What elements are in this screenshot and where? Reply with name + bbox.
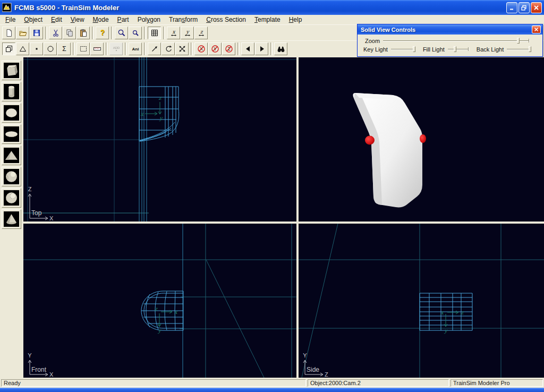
close-button[interactable] bbox=[531, 2, 542, 13]
side-construction-lines bbox=[299, 224, 544, 378]
find-button[interactable] bbox=[274, 42, 287, 55]
point-mode-button[interactable] bbox=[30, 42, 43, 55]
sphere-smooth-tool-button[interactable] bbox=[2, 188, 21, 208]
cylinder-tool-button[interactable] bbox=[2, 82, 21, 101]
cone-tool-button[interactable] bbox=[2, 209, 21, 229]
next-button[interactable] bbox=[255, 42, 268, 55]
front-viewport-label: Front bbox=[31, 366, 47, 373]
axis-x-button[interactable]: x bbox=[167, 27, 180, 39]
solid-view-controls-titlebar[interactable]: Solid View Controls bbox=[358, 24, 542, 35]
viewport-area: z x y Z X Top bbox=[23, 57, 544, 378]
menu-transform[interactable]: Transform bbox=[165, 15, 202, 24]
menu-polygon[interactable]: Polygon bbox=[133, 15, 165, 24]
svc-lights-row: Key LightFill LightBack Light bbox=[363, 46, 542, 53]
menu-edit[interactable]: Edit bbox=[47, 15, 66, 24]
polygon-mode-button[interactable] bbox=[16, 42, 29, 55]
measure-ruler-button[interactable] bbox=[90, 42, 104, 55]
paste-icon bbox=[79, 29, 88, 37]
zoom-in-button[interactable] bbox=[115, 27, 128, 39]
top-axis-v-label: Z bbox=[28, 186, 32, 192]
cut-button[interactable] bbox=[49, 27, 62, 39]
fill-light-slider-thumb[interactable] bbox=[454, 46, 456, 52]
save-icon bbox=[32, 29, 41, 37]
disc-tool-button[interactable] bbox=[2, 124, 21, 144]
grid-toggle-button[interactable] bbox=[148, 27, 161, 39]
axis-y-button[interactable]: y bbox=[181, 27, 194, 39]
menu-mode[interactable]: Mode bbox=[89, 15, 113, 24]
toolbar-separator bbox=[191, 42, 193, 55]
fill-light-slider[interactable] bbox=[448, 46, 469, 53]
zoom-label: Zoom bbox=[365, 38, 380, 44]
back-light-slider[interactable] bbox=[507, 46, 531, 53]
panel-title: Solid View Controls bbox=[361, 27, 532, 33]
zoom-slider[interactable] bbox=[383, 37, 530, 44]
menu-object[interactable]: Object bbox=[20, 15, 47, 24]
help-button[interactable]: ?? bbox=[96, 27, 109, 39]
close-icon bbox=[534, 27, 539, 32]
animation-button[interactable]: Ani bbox=[129, 42, 142, 55]
scale-tool-button[interactable] bbox=[175, 42, 189, 55]
sphere-flat-tool-button[interactable] bbox=[2, 103, 21, 123]
toolbar-separator bbox=[125, 42, 127, 55]
marquee-select-button[interactable] bbox=[76, 42, 90, 55]
menu-view[interactable]: View bbox=[66, 15, 89, 24]
menu-file[interactable]: File bbox=[1, 15, 20, 24]
ball-shape-icon bbox=[4, 105, 19, 121]
shape-toolbox bbox=[0, 57, 23, 378]
back-light-slider-thumb[interactable] bbox=[529, 46, 531, 52]
solid-view-controls-panel: Solid View Controls Zoom Key LightFill L… bbox=[357, 24, 543, 57]
paste-button[interactable] bbox=[76, 27, 90, 39]
front-viewport[interactable]: z x y Y X Front bbox=[23, 224, 296, 378]
next-icon bbox=[258, 45, 266, 53]
menu-part[interactable]: Part bbox=[113, 15, 133, 24]
key-light-slider-thumb[interactable] bbox=[413, 46, 415, 52]
minimize-button[interactable] bbox=[506, 2, 517, 13]
move-icon bbox=[150, 45, 159, 53]
toolbar-separator bbox=[270, 42, 273, 55]
axis-z-button[interactable]: z bbox=[194, 27, 208, 39]
menu-cross-section[interactable]: Cross Section bbox=[202, 15, 250, 24]
perspective-viewport[interactable] bbox=[299, 57, 544, 221]
svg-text:ADD: ADD bbox=[113, 46, 120, 49]
new-file-button[interactable] bbox=[2, 27, 15, 39]
rotate-tool-button[interactable] bbox=[162, 42, 175, 55]
spline-mode-button[interactable]: Σ bbox=[57, 42, 71, 55]
menu-template[interactable]: Template bbox=[250, 15, 285, 24]
sphere-shape-icon bbox=[4, 169, 19, 184]
prev-button[interactable] bbox=[241, 42, 254, 55]
status-product: TrainSim Modeler Pro bbox=[450, 379, 543, 387]
select-object-mode-button[interactable] bbox=[2, 42, 15, 55]
save-file-button[interactable] bbox=[30, 27, 43, 39]
lock-z-button[interactable]: Z bbox=[222, 42, 235, 55]
side-axis-h-label: Z bbox=[325, 371, 328, 378]
menu-help[interactable]: Help bbox=[285, 15, 307, 24]
taskbar-edge[interactable] bbox=[0, 388, 544, 392]
close-icon bbox=[533, 5, 539, 11]
sphere-tool-button[interactable] bbox=[2, 167, 21, 186]
toolbar-separator bbox=[144, 27, 146, 39]
key-light-slider[interactable] bbox=[391, 46, 415, 53]
axis-icon: y bbox=[183, 29, 192, 37]
restore-button[interactable] bbox=[518, 2, 530, 13]
top-construction-lines bbox=[23, 57, 296, 221]
box-tool-button[interactable] bbox=[2, 61, 21, 80]
side-viewport[interactable]: x z y Y Z Side bbox=[299, 224, 544, 378]
move-tool-button[interactable] bbox=[148, 42, 161, 55]
wedge-tool-button[interactable] bbox=[2, 146, 21, 165]
zoom-slider-thumb[interactable] bbox=[517, 38, 520, 44]
grid-icon bbox=[150, 29, 159, 37]
application-window: FCMB s5000 - TrainSim Modeler FileObject… bbox=[0, 0, 544, 392]
zoom-out-button[interactable] bbox=[129, 27, 142, 39]
disc-shape-icon bbox=[4, 126, 19, 142]
lock-x-button[interactable]: X bbox=[194, 42, 208, 55]
copy-button[interactable] bbox=[63, 27, 76, 39]
help-icon: ?? bbox=[98, 29, 107, 37]
toolbar-separator bbox=[163, 27, 165, 39]
top-viewport[interactable]: z x y Z X Top bbox=[23, 57, 296, 221]
lock-y-button[interactable]: Y bbox=[208, 42, 222, 55]
panel-close-button[interactable] bbox=[532, 25, 541, 33]
open-file-button[interactable] bbox=[16, 27, 29, 39]
circle-mode-button[interactable] bbox=[44, 42, 57, 55]
add-points-button: ADD bbox=[109, 42, 123, 55]
slider-groove bbox=[391, 49, 415, 49]
